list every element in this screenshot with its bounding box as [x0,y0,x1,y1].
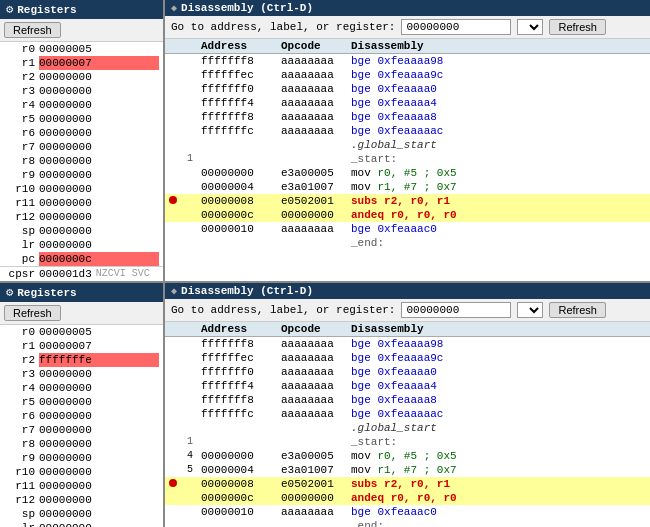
addr-cell [197,519,277,527]
goto-input-1[interactable] [401,302,511,318]
opcode-cell: 00000000 [277,491,347,505]
disasm-row-0-0: fffffff8 aaaaaaaa bge 0xfeaaaa98 [165,54,650,69]
col-disasm-1: Disassembly [347,322,650,337]
opcode-cell: aaaaaaaa [277,393,347,407]
asm-mnemonic: bge [351,506,371,518]
line-num-cell [183,208,197,222]
registers-refresh-button-0[interactable]: Refresh [4,22,61,38]
reg-value-r4-0: 00000000 [39,98,159,112]
line-num-cell [183,110,197,124]
addr-cell: fffffff8 [197,337,277,352]
line-num-cell: 4 [183,449,197,463]
reg-value-r1-0: 00000007 [39,56,159,70]
asm-cell: bge 0xfeaaaa9c [347,351,650,365]
registers-toolbar-0: Refresh [0,19,163,42]
reg-name-r2-0: r2 [4,70,39,84]
line-num-cell [183,421,197,435]
asm-arg: 0xfeaaaa4 [377,97,436,109]
reg-name-r1-1: r1 [4,339,39,353]
line-num-cell: 1 [183,152,197,166]
asm-mnemonic: bge [351,380,371,392]
reg-name-r10-1: r10 [4,465,39,479]
goto-select-0[interactable] [517,19,543,35]
dot-cell [165,82,183,96]
goto-input-0[interactable] [401,19,511,35]
disasm-refresh-button-0[interactable]: Refresh [549,19,606,35]
disasm-header-0: ◆Disassembly (Ctrl-D) [165,0,650,16]
line-num-cell [183,194,197,208]
addr-cell: fffffff0 [197,365,277,379]
asm-mnemonic: .global_start [351,139,437,151]
asm-mnemonic: bge [351,352,371,364]
line-num-cell [183,351,197,365]
asm-arg: 0xfeaaaaac [377,125,443,137]
line-num-cell [183,222,197,236]
asm-cell: mov r1, #7 ; 0x7 [347,180,650,194]
panel-row-0: ⚙RegistersRefreshr000000005r100000007r20… [0,0,650,283]
opcode-cell: 00000000 [277,208,347,222]
reg-name-r8-1: r8 [4,437,39,451]
asm-cell: bge 0xfeaaaa4 [347,96,650,110]
disasm-refresh-button-1[interactable]: Refresh [549,302,606,318]
asm-mnemonic: mov [351,450,371,462]
asm-mnemonic: bge [351,366,371,378]
disasm-row-0-11: 0000000c 00000000 andeq r0, r0, r0 [165,208,650,222]
reg-value-r6-0: 00000000 [39,126,159,140]
asm-arg: r1, #7 ; 0x7 [377,464,456,476]
goto-select-1[interactable] [517,302,543,318]
opcode-cell: aaaaaaaa [277,222,347,236]
col-opcode-0: Opcode [277,39,347,54]
reg-value-r11-0: 00000000 [39,196,159,210]
addr-cell: fffffffc [197,407,277,421]
disasm-row-1-8: 4 00000000 e3a00005 mov r0, #5 ; 0x5 [165,449,650,463]
disasm-row-1-7: 1 _start: [165,435,650,449]
reg-row-r3-0: r300000000 [0,84,163,98]
reg-value-r9-0: 00000000 [39,168,159,182]
asm-cell: subs r2, r0, r1 [347,477,650,491]
reg-value-r8-1: 00000000 [39,437,159,451]
asm-cell: bge 0xfeaaaa0 [347,82,650,96]
disasm-panel-0: ◆Disassembly (Ctrl-D) Go to address, lab… [165,0,650,281]
disasm-table-container-0: Address Opcode Disassembly fffffff8 aaaa… [165,39,650,281]
disasm-row-1-1: ffffffec aaaaaaaa bge 0xfeaaaa9c [165,351,650,365]
disasm-row-0-1: ffffffec aaaaaaaa bge 0xfeaaaa9c [165,68,650,82]
dot-cell [165,54,183,69]
asm-arg: r0, r0, r0 [391,492,457,504]
disasm-row-0-3: fffffff4 aaaaaaaa bge 0xfeaaaa4 [165,96,650,110]
reg-row-r1-1: r100000007 [0,339,163,353]
addr-cell: fffffff8 [197,393,277,407]
dot-cell [165,449,183,463]
reg-name-r7-1: r7 [4,423,39,437]
line-num-cell [183,393,197,407]
registers-title-1: Registers [17,287,76,299]
asm-arg: 0xfeaaaa4 [377,380,436,392]
opcode-cell [277,138,347,152]
addr-cell [197,236,277,250]
disasm-row-1-4: fffffff8 aaaaaaaa bge 0xfeaaaa8 [165,393,650,407]
opcode-cell [277,421,347,435]
breakpoint-dot [169,196,177,204]
reg-value-sp-1: 00000000 [39,507,159,521]
reg-name-r11-1: r11 [4,479,39,493]
disasm-row-0-6: .global_start [165,138,650,152]
disasm-table-0: Address Opcode Disassembly fffffff8 aaaa… [165,39,650,250]
reg-row-r9-0: r900000000 [0,168,163,182]
registers-refresh-button-1[interactable]: Refresh [4,305,61,321]
reg-name-r9-0: r9 [4,168,39,182]
disasm-table-container-1: Address Opcode Disassembly fffffff8 aaaa… [165,322,650,527]
addr-cell: 00000008 [197,477,277,491]
reg-name-r4-0: r4 [4,98,39,112]
asm-arg: r0, #5 ; 0x5 [377,167,456,179]
disasm-row-0-2: fffffff0 aaaaaaaa bge 0xfeaaaa0 [165,82,650,96]
reg-name-r11-0: r11 [4,196,39,210]
reg-row-r4-1: r400000000 [0,381,163,395]
addr-cell: 00000000 [197,449,277,463]
asm-cell: bge 0xfeaaaaac [347,124,650,138]
opcode-cell: aaaaaaaa [277,351,347,365]
asm-arg: 0xfeaaaa9c [377,352,443,364]
reg-row-r5-1: r500000000 [0,395,163,409]
reg-name-r5-0: r5 [4,112,39,126]
dot-cell [165,351,183,365]
line-num-cell [183,491,197,505]
reg-value-r8-0: 00000000 [39,154,159,168]
